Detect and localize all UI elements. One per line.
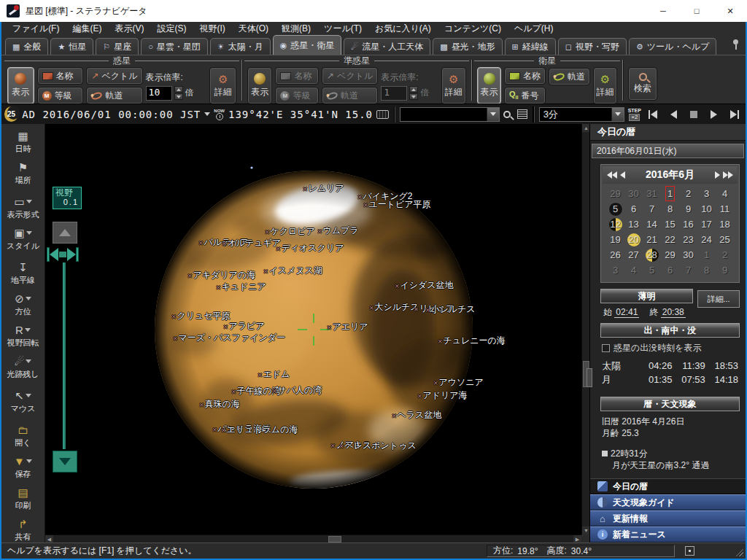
next-year-button[interactable] bbox=[723, 171, 733, 179]
fov-slider-track[interactable] bbox=[63, 262, 66, 449]
list-icon[interactable] bbox=[517, 109, 527, 119]
sidebar-item-share[interactable]: ↱共有 bbox=[1, 515, 44, 546]
keyboard-icon[interactable] bbox=[376, 110, 389, 119]
calendar-day[interactable]: 17 bbox=[697, 217, 716, 232]
calendar-day[interactable]: 15 bbox=[661, 217, 679, 232]
panel-splitter-handle[interactable] bbox=[587, 368, 592, 387]
calendar-day[interactable]: 16 bbox=[679, 217, 697, 232]
sidebar-item-horizon[interactable]: ↧地平線 bbox=[1, 258, 44, 289]
dropdown-arrow-icon[interactable] bbox=[26, 231, 32, 235]
planets-name-button[interactable]: 名称 bbox=[37, 67, 84, 85]
pin-icon[interactable] bbox=[731, 39, 740, 50]
sidebar-item-compass[interactable]: ⊘方位 bbox=[1, 289, 44, 321]
calendar-day[interactable]: 11 bbox=[716, 201, 734, 217]
calendar-day[interactable]: 3 bbox=[697, 186, 716, 201]
menu-item[interactable]: コンテンツ(C) bbox=[438, 23, 508, 35]
planets-orbit-button[interactable]: 軌道 bbox=[86, 87, 142, 104]
satellites-detail-button[interactable]: ⚙ 詳細 bbox=[593, 67, 617, 104]
dwarf-detail-button[interactable]: ⚙ 詳細 bbox=[441, 67, 466, 104]
tab-planet[interactable]: ◉惑星・衛星 bbox=[273, 35, 342, 55]
calendar-day[interactable]: 30 bbox=[624, 186, 643, 201]
planets-show-button[interactable]: 表示 bbox=[7, 67, 34, 104]
dropdown-arrow-icon[interactable] bbox=[26, 394, 31, 397]
calendar-day[interactable]: 26 bbox=[606, 247, 624, 262]
play-forward-button[interactable] bbox=[705, 106, 722, 122]
calendar-day[interactable]: 7 bbox=[679, 262, 697, 278]
sidebar-item-mouse[interactable]: ↖マウス bbox=[1, 386, 44, 418]
panel-nav-phenomena-guide[interactable]: 天文現象ガイド bbox=[590, 494, 746, 510]
datetime-display[interactable]: AD 2016/06/01 00:00:00 JST bbox=[22, 109, 201, 120]
calendar-day[interactable]: 6 bbox=[661, 262, 679, 278]
calendar-day[interactable]: 13 bbox=[624, 217, 643, 232]
tab-general[interactable]: ▦全般 bbox=[5, 38, 48, 55]
menu-item[interactable]: 編集(E) bbox=[66, 23, 108, 35]
satellites-name-button[interactable]: 名称 bbox=[504, 67, 546, 85]
location-display[interactable]: 139°42'E 35°41'N 15.0 bbox=[228, 109, 373, 120]
menu-item[interactable]: 視野(I) bbox=[193, 23, 231, 35]
sidebar-item-trail[interactable]: ☄光跡残し bbox=[1, 352, 44, 384]
calendar-day-selected[interactable]: 1 bbox=[661, 186, 679, 201]
calendar-day[interactable]: 29 bbox=[606, 186, 624, 201]
object-search-combo[interactable] bbox=[400, 107, 500, 122]
planets-scale-spinner[interactable] bbox=[174, 86, 183, 100]
dwarf-scale-input[interactable]: 1 bbox=[381, 86, 407, 101]
dropdown-arrow-icon[interactable] bbox=[26, 359, 31, 363]
calendar-day[interactable]: 5 bbox=[606, 201, 624, 217]
dwarf-vector-button[interactable]: ↗ベクトル bbox=[322, 67, 378, 85]
calendar-day[interactable]: 8 bbox=[661, 201, 679, 217]
skip-forward-button[interactable] bbox=[726, 106, 743, 122]
calendar-day[interactable]: 24 bbox=[697, 232, 716, 247]
step-x2-button[interactable]: STEP×2 bbox=[628, 108, 641, 121]
calendar-day[interactable]: 21 bbox=[643, 232, 661, 247]
calendar-day[interactable]: 2 bbox=[679, 186, 697, 201]
sidebar-item-save[interactable]: ▼保存 bbox=[1, 452, 44, 483]
sidebar-item-datetime[interactable]: ▦日時 bbox=[1, 127, 44, 158]
search-button[interactable]: 検索 bbox=[628, 67, 657, 101]
panel-nav-news[interactable]: i新着ニュース bbox=[590, 526, 746, 542]
calendar-day[interactable]: 27 bbox=[624, 247, 643, 262]
sidebar-item-display-format[interactable]: ▭表示形式 bbox=[1, 192, 44, 224]
calendar-day[interactable]: 29 bbox=[661, 247, 679, 262]
calendar-day[interactable]: 9 bbox=[679, 201, 697, 217]
tab-meteor[interactable]: ☄流星・人工天体 bbox=[344, 38, 430, 55]
menu-item[interactable]: 設定(S) bbox=[150, 23, 193, 35]
calendar-day[interactable]: 12 bbox=[606, 217, 624, 232]
stop-button[interactable] bbox=[686, 106, 703, 122]
calendar-day[interactable]: 23 bbox=[679, 232, 697, 247]
calendar-day[interactable]: 2 bbox=[716, 247, 734, 262]
dwarf-scale-spinner[interactable] bbox=[409, 86, 418, 100]
twilight-end[interactable]: 20:38 bbox=[661, 307, 686, 318]
sidebar-item-location[interactable]: ⚑場所 bbox=[1, 158, 44, 190]
calendar-day[interactable]: 20 bbox=[624, 232, 643, 247]
tab-star[interactable]: ★恒星 bbox=[50, 38, 93, 55]
calendar-day[interactable]: 5 bbox=[643, 262, 661, 278]
calendar-day[interactable]: 22 bbox=[661, 232, 679, 247]
sidebar-item-print[interactable]: ▤印刷 bbox=[1, 483, 44, 515]
calendar-day[interactable]: 8 bbox=[697, 262, 716, 278]
menu-item[interactable]: ファイル(F) bbox=[6, 23, 66, 35]
combo-dropdown-icon[interactable] bbox=[487, 108, 499, 121]
maximize-button[interactable]: □ bbox=[680, 0, 713, 22]
dwarf-show-button[interactable]: 表示 bbox=[247, 67, 272, 104]
zoom-in-button[interactable] bbox=[53, 222, 77, 244]
search-icon[interactable] bbox=[503, 111, 510, 118]
prev-month-button[interactable] bbox=[620, 171, 625, 179]
calendar-day[interactable]: 18 bbox=[716, 217, 734, 232]
calendar-day[interactable]: 31 bbox=[643, 186, 661, 201]
panel-nav-today-calendar[interactable]: 今日の暦 bbox=[590, 478, 746, 494]
center-target-icon[interactable] bbox=[685, 546, 694, 556]
dropdown-arrow-icon[interactable] bbox=[26, 200, 32, 203]
panel-nav-update-info[interactable]: ⌂更新情報 bbox=[590, 510, 746, 526]
resize-grip[interactable] bbox=[734, 547, 743, 556]
horizontal-scrollbar[interactable]: ◀ ▶ bbox=[45, 534, 581, 542]
prev-year-button[interactable] bbox=[607, 171, 617, 179]
satellites-orbit-button[interactable]: 軌道 bbox=[549, 68, 590, 85]
calendar-day[interactable]: 4 bbox=[716, 186, 734, 201]
datetime-dropdown-icon[interactable] bbox=[204, 112, 210, 116]
calendar-day[interactable]: 25 bbox=[716, 232, 734, 247]
close-button[interactable]: ✕ bbox=[713, 0, 747, 22]
dwarf-orbit-button[interactable]: 軌道 bbox=[322, 87, 378, 104]
planets-detail-button[interactable]: ⚙ 詳細 bbox=[209, 67, 236, 104]
dropdown-arrow-icon[interactable] bbox=[25, 328, 31, 332]
menu-item[interactable]: ツール(T) bbox=[317, 23, 368, 35]
